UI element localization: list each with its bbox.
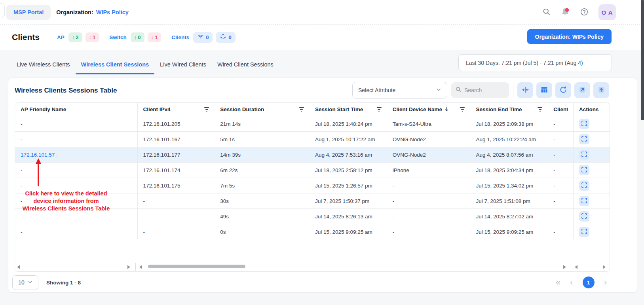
expand-row-button[interactable] (579, 227, 589, 237)
column-header-actions[interactable]: Actions (573, 103, 610, 116)
help-icon (580, 8, 589, 17)
filter-icon[interactable] (204, 107, 209, 112)
filter-icon[interactable] (377, 107, 382, 112)
table-row[interactable]: --30sJul 7, 2025 1:50:37 pm-Jul 7, 2025 … (15, 193, 610, 208)
cell: 14m 39s (215, 147, 310, 162)
notifications-button[interactable] (560, 7, 570, 18)
table-row[interactable]: --49sJul 14, 2025 8:26:13 am-Jul 14, 202… (15, 208, 610, 224)
tab-wireless-client-sessions[interactable]: Wireless Client Sessions (76, 55, 155, 74)
upload-button[interactable] (593, 82, 609, 98)
cell: Jul 18, 2025 2:09:38 pm (470, 116, 548, 131)
help-button[interactable] (580, 8, 589, 17)
table-toolbar: Select Attribute (352, 82, 609, 99)
cell: 7m 5s (215, 178, 310, 193)
page-size-select[interactable]: 10 (12, 275, 38, 290)
column-label: AP Friendly Name (21, 106, 66, 112)
ap-name-link[interactable]: 172.16.101.57 (21, 152, 55, 158)
cell: Jul 15, 2025 9:09:25 am (310, 224, 387, 239)
cell-actions (573, 178, 610, 193)
table-row[interactable]: -172.16.101.1746m 22sJul 18, 2025 2:58:1… (15, 162, 610, 178)
table-row[interactable]: -172.16.101.20521m 14sJul 18, 2025 1:48:… (15, 116, 610, 131)
cell: - (387, 178, 471, 193)
search-icon (542, 8, 551, 17)
scroll-right-arrow[interactable] (127, 265, 130, 269)
column-header-client-device-name[interactable]: Client Device Name (387, 103, 471, 116)
column-header-client-ip[interactable]: Client IP (548, 103, 573, 116)
expand-row-button[interactable] (579, 134, 589, 144)
table-row[interactable]: -172.16.101.1757m 5sJul 15, 2025 1:26:57… (15, 178, 610, 193)
scroll-right-arrow[interactable] (603, 265, 606, 269)
scroll-right-arrow[interactable] (563, 265, 566, 269)
organization-link[interactable]: WIPs Policy (96, 9, 129, 15)
next-page-button[interactable]: › (604, 278, 607, 287)
scrollbar-divider (135, 263, 136, 271)
cell: - (387, 209, 471, 224)
cell: Jul 14, 2025 8:26:13 am (310, 209, 387, 224)
search-icon (455, 86, 462, 94)
top-header-bar: MSP Portal Organization: WIPs Policy O A (0, 0, 644, 25)
table-row[interactable]: 172.16.101.57172.16.101.17714m 39sAug 4,… (15, 147, 610, 162)
cell: Jul 7, 2025 1:51:08 pm (470, 193, 548, 208)
expand-row-button[interactable] (579, 211, 589, 222)
table-row[interactable]: -172.16.101.1675m 1sAug 1, 2025 10:17:22… (15, 131, 610, 147)
expand-icon (581, 197, 587, 205)
cell: Aug 4, 2025 8:07:56 am (470, 147, 548, 162)
cell: Jul 15, 2025 1:34:02 pm (470, 178, 548, 193)
msp-portal-button[interactable]: MSP Portal (6, 5, 51, 20)
column-header-ap-friendly-name[interactable]: AP Friendly Name (15, 103, 138, 116)
search-button[interactable] (542, 8, 551, 17)
cell-actions (573, 224, 610, 239)
export-button[interactable] (574, 82, 590, 98)
search-input[interactable] (464, 87, 505, 93)
arrow-down-icon: ↓ (89, 34, 92, 40)
refresh-button[interactable] (555, 82, 571, 98)
first-page-button[interactable]: « (556, 278, 560, 287)
select-attribute-dropdown[interactable]: Select Attribute (352, 82, 447, 99)
scroll-left-arrow[interactable] (575, 265, 578, 269)
expand-row-button[interactable] (579, 119, 589, 129)
column-header-session-duration[interactable]: Session Duration (215, 103, 310, 116)
switch-stat-label: Switch (109, 34, 127, 40)
expand-row-button[interactable] (579, 165, 589, 175)
cell: 172.16.101.167 (138, 132, 215, 147)
filter-icon[interactable] (538, 107, 542, 112)
cell: 0s (215, 224, 310, 239)
cell: Tam-s-S24-Ultra (387, 116, 471, 131)
column-header-session-start-time[interactable]: Session Start Time (310, 103, 387, 116)
column-header-client-ipv4[interactable]: Client IPv4 (138, 103, 215, 116)
fit-columns-button[interactable] (517, 82, 533, 98)
table-scrollbars (15, 264, 610, 269)
ap-up-badge: ↑2 (68, 32, 82, 42)
window-scrollbar-thumb[interactable] (641, 0, 644, 120)
cell: Aug 1, 2025 10:22:24 am (470, 132, 548, 147)
organization-button[interactable]: Organization: WIPs Policy (527, 29, 612, 44)
scroll-left-arrow[interactable] (139, 265, 142, 269)
expand-row-button[interactable] (579, 180, 589, 191)
export-icon (578, 86, 586, 95)
cell-ap-friendly-name: - (15, 163, 138, 178)
filter-icon[interactable] (299, 107, 304, 112)
column-header-session-end-time[interactable]: Session End Time (470, 103, 548, 116)
date-range-text: Last 30 Days: 7:21 pm (Jul 5) - 7:21 pm … (466, 60, 583, 66)
tab-live-wired-clients[interactable]: Live Wired Clients (154, 55, 212, 74)
expand-row-button[interactable] (579, 150, 589, 160)
filter-icon[interactable] (460, 107, 465, 112)
h-scrollbar-thumb[interactable] (148, 265, 245, 268)
search-box[interactable] (451, 82, 509, 98)
scroll-left-arrow[interactable] (17, 265, 20, 269)
cell-ap-friendly-name: 172.16.101.57 (15, 147, 138, 162)
table-row[interactable]: --0sJul 15, 2025 9:09:25 am-Jul 15, 2025… (15, 224, 610, 239)
sidebar-edge-stub[interactable] (0, 3, 5, 18)
column-settings-button[interactable] (536, 82, 552, 98)
prev-page-button[interactable]: ‹ (570, 278, 573, 287)
current-page-button[interactable]: 1 (583, 277, 595, 288)
tab-wired-client-sessions[interactable]: Wired Client Sessions (212, 55, 279, 74)
avatar[interactable]: O A (598, 4, 616, 20)
cell-ap-friendly-name: - (15, 132, 138, 147)
cell: Jul 14, 2025 8:27:02 am (470, 209, 548, 224)
date-range-selector[interactable]: Last 30 Days: 7:21 pm (Jul 5) - 7:21 pm … (458, 54, 612, 71)
notification-bell-icon (560, 7, 570, 18)
tab-live-wireless-clients[interactable]: Live Wireless Clients (11, 55, 76, 74)
cell: - (138, 209, 215, 224)
expand-row-button[interactable] (579, 196, 589, 206)
